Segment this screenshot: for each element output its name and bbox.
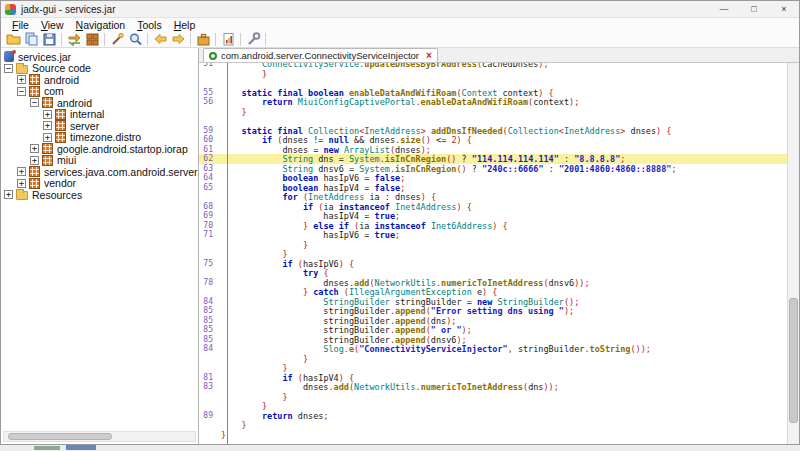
- expand-handle-icon[interactable]: +: [43, 133, 52, 142]
- tree-item-android[interactable]: −android: [1, 97, 198, 109]
- tree-item-label: Resources: [32, 189, 82, 201]
- menu-item-help[interactable]: Help: [168, 19, 202, 31]
- tree-item-miui[interactable]: +miui: [1, 155, 198, 167]
- flat-packages-icon: [85, 32, 100, 46]
- tree-item-timezone-distro[interactable]: +timezone.distro: [1, 132, 198, 144]
- code-line: 69 hasIpV4 = true;: [199, 211, 787, 221]
- code-text: dnses.add(NetworkUtils.numericToInetAddr…: [221, 278, 590, 288]
- save-all-icon: [42, 32, 57, 46]
- code-text: if (dnses != null && dnses.size() <= 2) …: [221, 135, 472, 145]
- log-report-icon: [221, 32, 236, 46]
- arrow-right-icon: [171, 32, 186, 46]
- collapse-handle-icon[interactable]: −: [30, 98, 39, 107]
- preferences-button[interactable]: [244, 31, 262, 47]
- text-search-button[interactable]: [108, 31, 126, 47]
- menu-item-navigation[interactable]: Navigation: [70, 19, 132, 31]
- back-button[interactable]: [151, 31, 169, 47]
- taskbar-sliver: [0, 445, 800, 451]
- line-number: [199, 107, 221, 117]
- wand-icon: [110, 32, 125, 46]
- tree-item-internal[interactable]: +internal: [1, 109, 198, 121]
- sync-icon: [67, 32, 82, 46]
- expand-handle-icon[interactable]: +: [4, 190, 13, 199]
- add-files-button[interactable]: [22, 31, 40, 47]
- tab-label: com.android.server.ConnectivityServiceIn…: [221, 50, 419, 61]
- tree: services.jar−Source code+android−com−and…: [1, 48, 198, 201]
- tree-horizontal-scrollbar[interactable]: [3, 431, 196, 442]
- code-text: }: [221, 354, 308, 364]
- package-icon: [42, 155, 53, 166]
- log-viewer-button[interactable]: [219, 31, 237, 47]
- menu-item-view[interactable]: View: [35, 19, 70, 31]
- tree-item-label: services.java.com.android.server.: [44, 166, 199, 178]
- expand-handle-icon[interactable]: +: [17, 167, 26, 176]
- tab-close-icon[interactable]: ×: [426, 50, 432, 61]
- line-number: 84: [199, 297, 221, 307]
- tree-item-services-java-com-android-server-[interactable]: +services.java.com.android.server.: [1, 166, 198, 178]
- package-icon: [55, 120, 66, 131]
- code-line: for (InetAddress ia : dnses) {: [199, 192, 787, 202]
- code-rows: 51 ConnectivityService.updateDnsesByBrAd…: [199, 63, 787, 439]
- code-text: }: [221, 430, 226, 440]
- code-vertical-scrollbar[interactable]: [787, 63, 799, 444]
- folder-icon: [16, 191, 28, 200]
- deobfuscation-button[interactable]: [194, 31, 212, 47]
- expand-handle-icon[interactable]: +: [30, 156, 39, 165]
- menu-item-file[interactable]: File: [6, 19, 35, 31]
- code-text: }: [221, 363, 288, 373]
- class-search-button[interactable]: [126, 31, 144, 47]
- code-line: }: [199, 249, 787, 259]
- tree-hscroll-thumb[interactable]: [8, 433, 112, 440]
- gutter-separator: [227, 63, 228, 444]
- tree-item-label: com: [44, 85, 64, 97]
- tree-item-vendor[interactable]: +vendor: [1, 178, 198, 190]
- open-file-button[interactable]: [4, 31, 22, 47]
- code-line: 56 return MiuiConfigCaptivePortal.enable…: [199, 97, 787, 107]
- tab-connectivity-service-injector[interactable]: com.android.server.ConnectivityServiceIn…: [203, 48, 438, 62]
- code-line: [199, 78, 787, 88]
- collapse-handle-icon[interactable]: −: [17, 87, 26, 96]
- save-all-button[interactable]: [40, 31, 58, 47]
- tree-item-resources[interactable]: +Resources: [1, 189, 198, 201]
- expand-handle-icon[interactable]: +: [17, 75, 26, 84]
- maximize-button[interactable]: □: [739, 1, 769, 17]
- code-line: 84 Slog.e("ConnectivityServiceInjector",…: [199, 344, 787, 354]
- tree-item-com[interactable]: −com: [1, 86, 198, 98]
- tree-item-server[interactable]: +server: [1, 120, 198, 132]
- tab-bar: com.android.server.ConnectivityServiceIn…: [199, 48, 799, 63]
- code-text: }: [221, 420, 247, 430]
- tree-item-label: internal: [70, 108, 104, 120]
- tree-item-android[interactable]: +android: [1, 74, 198, 86]
- code-text: boolean hasIpV4 = false;: [221, 183, 405, 193]
- code-line: 81 if (hasIpV4) {: [199, 373, 787, 383]
- line-number: 63: [199, 164, 221, 174]
- code-vscroll-thumb[interactable]: [789, 298, 798, 423]
- code-text: hasIpV4 = true;: [221, 211, 400, 221]
- toolbar-separator: [240, 33, 241, 46]
- code-line: 68 if (ia instanceof Inet4Address) {: [199, 202, 787, 212]
- line-number: [199, 78, 221, 88]
- tree-item-source-code[interactable]: −Source code: [1, 63, 198, 75]
- tree-item-services-jar[interactable]: services.jar: [1, 51, 198, 63]
- close-button[interactable]: ×: [769, 1, 799, 17]
- code-line: 70 } else if (ia instanceof Inet6Address…: [199, 221, 787, 231]
- code-line: 63 String dnsv6 = System.isInCnRegion() …: [199, 164, 787, 174]
- flat-packages-button[interactable]: [83, 31, 101, 47]
- collapse-handle-icon[interactable]: −: [4, 64, 13, 73]
- forward-button[interactable]: [169, 31, 187, 47]
- minimize-button[interactable]: —: [709, 1, 739, 17]
- expand-handle-icon[interactable]: +: [30, 144, 39, 153]
- code-text: }: [221, 240, 308, 250]
- menu-item-tools[interactable]: Tools: [131, 19, 168, 31]
- line-number: 65: [199, 183, 221, 193]
- expand-handle-icon[interactable]: +: [43, 110, 52, 119]
- tree-item-label: services.jar: [18, 51, 71, 63]
- code-line: 89 return dnses;: [199, 411, 787, 421]
- expand-handle-icon[interactable]: +: [17, 179, 26, 188]
- sync-with-editor-button[interactable]: [65, 31, 83, 47]
- tree-item-google-android-startop-iorap[interactable]: +google.android.startop.iorap: [1, 143, 198, 155]
- code-line: }: [199, 401, 787, 411]
- expand-handle-icon[interactable]: +: [43, 121, 52, 130]
- code-text: return dnses;: [221, 411, 329, 421]
- line-number: [199, 116, 221, 126]
